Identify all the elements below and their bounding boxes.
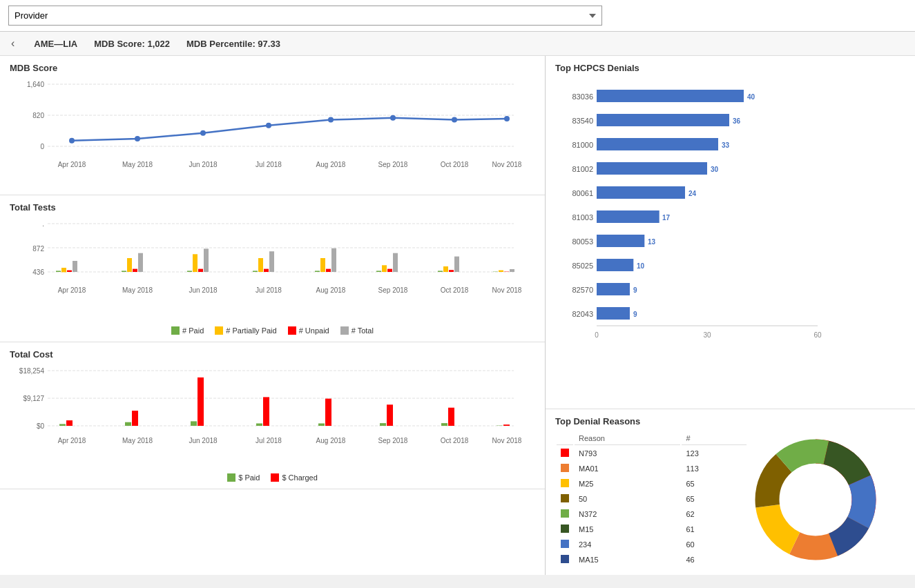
nav-bar: ‹ AME—LIA MDB Score: 1,022 MDB Percentil… (0, 32, 915, 56)
total-cost-section: Total Cost $18,254 $9,127 $0 (0, 342, 545, 489)
provider-name: AME—LIA (34, 39, 77, 49)
legend-partial: # Partially Paid (215, 326, 276, 335)
svg-rect-79 (198, 378, 204, 426)
svg-text:Sep 2018: Sep 2018 (378, 437, 408, 444)
denial-color-icon (561, 449, 569, 457)
denial-title: Top Denial Reasons (555, 416, 905, 427)
svg-text:33: 33 (722, 141, 730, 149)
denial-table-row: N372 62 (557, 507, 747, 521)
svg-point-14 (69, 138, 75, 144)
denial-row-color-cell (557, 447, 573, 460)
denial-table-row: 50 65 (557, 492, 747, 506)
svg-rect-32 (122, 271, 126, 272)
svg-text:Aug 2018: Aug 2018 (316, 286, 346, 294)
svg-text:17: 17 (662, 214, 671, 222)
cost-legend: $ Paid $ Charged (10, 473, 535, 482)
svg-text:Jul 2018: Jul 2018 (256, 286, 282, 294)
denial-color-icon (561, 479, 569, 487)
mdb-score-section: MDB Score 1,640 820 0 Apr 2018 May 2018 … (0, 56, 545, 195)
svg-rect-74 (59, 424, 66, 426)
svg-text:Jun 2018: Jun 2018 (189, 286, 218, 294)
svg-text:Jul 2018: Jul 2018 (256, 437, 282, 444)
denial-section: Top Denial Reasons Reason # N793 123 (546, 409, 915, 575)
mdb-score-chart: 1,640 820 0 Apr 2018 May 2018 Jun 2018 J… (10, 77, 535, 188)
denial-table-row: MA15 46 (557, 553, 747, 567)
denial-row-reason: 50 (575, 492, 680, 506)
svg-text:80053: 80053 (572, 237, 593, 246)
svg-text:Apr 2018: Apr 2018 (58, 437, 86, 444)
svg-rect-33 (127, 258, 132, 272)
svg-text:85025: 85025 (572, 262, 593, 270)
svg-rect-85 (387, 404, 393, 426)
svg-rect-40 (253, 271, 258, 272)
svg-rect-48 (376, 271, 381, 272)
denial-color-icon (561, 494, 569, 502)
svg-text:$18,254: $18,254 (19, 367, 45, 375)
denial-row-color-cell (557, 462, 573, 476)
denial-table-row: M15 61 (557, 522, 747, 536)
svg-rect-126 (597, 307, 630, 320)
svg-rect-44 (315, 271, 320, 272)
svg-rect-76 (125, 422, 131, 426)
svg-rect-75 (66, 420, 73, 426)
svg-text:0: 0 (595, 331, 599, 339)
svg-text:Apr 2018: Apr 2018 (58, 286, 86, 294)
svg-rect-30 (67, 271, 72, 272)
denial-row-reason: 234 (575, 538, 680, 551)
denial-row-count: 61 (682, 522, 746, 536)
denial-table: Reason # N793 123 MA01 113 M25 (555, 431, 748, 568)
svg-text:$9,127: $9,127 (23, 395, 44, 402)
svg-rect-46 (326, 269, 331, 272)
svg-rect-80 (256, 424, 262, 427)
svg-rect-41 (258, 258, 263, 272)
svg-rect-117 (597, 235, 644, 247)
denial-row-count: 46 (682, 553, 746, 567)
svg-rect-45 (320, 258, 325, 272)
svg-text:80061: 80061 (572, 189, 593, 197)
svg-rect-87 (448, 408, 454, 426)
svg-rect-89 (503, 424, 510, 426)
tests-legend: # Paid # Partially Paid # Unpaid # Total (10, 326, 535, 335)
charged-cost-icon (271, 473, 279, 482)
unpaid-color-icon (288, 326, 296, 335)
svg-rect-39 (204, 248, 209, 272)
denial-row-count: 65 (682, 477, 746, 491)
svg-rect-29 (61, 268, 66, 272)
svg-text:83036: 83036 (572, 92, 593, 101)
svg-rect-78 (191, 421, 197, 426)
denial-color-icon (561, 555, 569, 563)
denial-color-icon (561, 509, 569, 518)
denial-row-reason: N793 (575, 447, 680, 460)
svg-text:82570: 82570 (572, 286, 593, 294)
svg-point-15 (135, 136, 140, 141)
svg-rect-99 (597, 90, 744, 102)
hcpcs-title: Top HCPCS Denials (555, 63, 905, 73)
back-button[interactable]: ‹ (11, 37, 15, 50)
paid-cost-icon (227, 473, 235, 482)
svg-text:Oct 2018: Oct 2018 (441, 437, 469, 444)
denial-table-row: N793 123 (557, 447, 747, 460)
partial-color-icon (215, 326, 223, 335)
svg-rect-120 (597, 259, 633, 271)
provider-dropdown[interactable]: Provider (8, 6, 602, 26)
denial-table-row: MA01 113 (557, 462, 747, 476)
hcpcs-chart: 83036 40 83540 36 81000 33 81002 30 8006… (555, 79, 905, 378)
total-tests-title: Total Tests (10, 202, 535, 213)
legend-total: # Total (340, 326, 374, 335)
svg-rect-55 (454, 257, 459, 272)
svg-rect-31 (73, 261, 77, 272)
svg-rect-59 (510, 269, 514, 272)
svg-text:Nov 2018: Nov 2018 (492, 161, 522, 168)
legend-paid-cost: $ Paid (227, 473, 260, 482)
paid-color-icon (171, 326, 180, 335)
right-panel: Top HCPCS Denials 83036 40 83540 36 8100… (546, 56, 915, 575)
main-content: MDB Score 1,640 820 0 Apr 2018 May 2018 … (0, 56, 915, 575)
denial-row-count: 123 (682, 447, 746, 460)
mdb-percentile-label: MDB Percentile: 97.33 (186, 39, 280, 49)
left-panel: MDB Score 1,640 820 0 Apr 2018 May 2018 … (0, 56, 546, 575)
denial-row-count: 62 (682, 507, 746, 521)
denial-col-count: # (682, 432, 746, 445)
donut-chart (753, 438, 878, 562)
svg-text:13: 13 (648, 238, 656, 246)
svg-text:0: 0 (40, 143, 44, 150)
